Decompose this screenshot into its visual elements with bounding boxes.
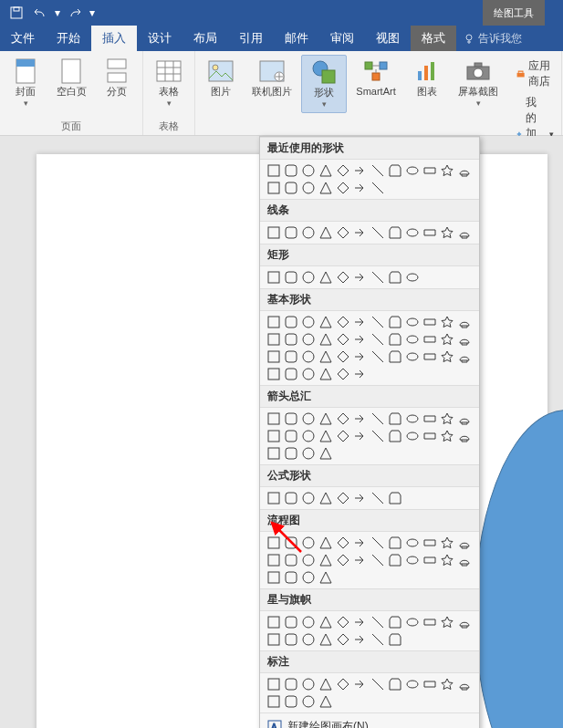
shape-option[interactable] xyxy=(335,331,351,348)
shape-option[interactable] xyxy=(370,348,386,365)
shape-option[interactable] xyxy=(283,314,299,330)
shape-option[interactable] xyxy=(318,331,334,348)
shape-option[interactable] xyxy=(439,162,455,179)
shape-option[interactable] xyxy=(283,490,299,506)
shape-option[interactable] xyxy=(318,314,334,330)
shape-option[interactable] xyxy=(404,348,421,365)
shape-option[interactable] xyxy=(352,614,369,630)
qat-customize-button[interactable]: ▾ xyxy=(88,2,97,24)
shape-option[interactable] xyxy=(318,552,334,568)
shape-option[interactable] xyxy=(352,535,369,551)
shape-option[interactable] xyxy=(404,314,421,330)
shape-option[interactable] xyxy=(422,314,438,330)
shape-option[interactable] xyxy=(439,314,455,330)
shape-option[interactable] xyxy=(404,614,421,630)
shape-option[interactable] xyxy=(300,180,317,196)
shape-option[interactable] xyxy=(404,552,421,568)
shape-option[interactable] xyxy=(266,331,282,348)
shape-option[interactable] xyxy=(352,331,369,348)
online-picture-button[interactable]: 联机图片 xyxy=(245,55,299,113)
shape-option[interactable] xyxy=(370,428,386,444)
shape-option[interactable] xyxy=(266,180,282,196)
shape-option[interactable] xyxy=(352,428,369,444)
shape-option[interactable] xyxy=(266,411,282,427)
shape-option[interactable] xyxy=(387,552,403,568)
shape-option[interactable] xyxy=(318,269,334,286)
shape-option[interactable] xyxy=(300,269,317,286)
shape-option[interactable] xyxy=(439,411,455,427)
undo-more-button[interactable]: ▾ xyxy=(53,2,62,24)
shape-option[interactable] xyxy=(439,676,455,692)
shape-option[interactable] xyxy=(456,676,473,692)
shape-option[interactable] xyxy=(318,224,334,241)
shape-option[interactable] xyxy=(352,631,369,648)
shape-option[interactable] xyxy=(352,224,369,241)
shape-option[interactable] xyxy=(422,676,438,692)
shape-option[interactable] xyxy=(300,552,317,568)
smartart-button[interactable]: SmartArt xyxy=(349,55,403,113)
shape-option[interactable] xyxy=(335,162,351,179)
shape-option[interactable] xyxy=(335,552,351,568)
shape-option[interactable] xyxy=(335,535,351,551)
shape-option[interactable] xyxy=(283,535,299,551)
shape-option[interactable] xyxy=(335,180,351,196)
shape-option[interactable] xyxy=(439,428,455,444)
shape-option[interactable] xyxy=(266,676,282,692)
shape-option[interactable] xyxy=(300,366,317,382)
shape-option[interactable] xyxy=(300,348,317,365)
shape-option[interactable] xyxy=(370,614,386,630)
shape-option[interactable] xyxy=(318,348,334,365)
screenshot-button[interactable]: 屏幕截图 xyxy=(451,55,506,113)
shape-option[interactable] xyxy=(300,535,317,551)
shape-option[interactable] xyxy=(318,693,334,710)
shape-option[interactable] xyxy=(266,693,282,710)
tab-mailings[interactable]: 邮件 xyxy=(274,26,319,51)
shape-option[interactable] xyxy=(370,535,386,551)
shapes-button[interactable]: 形状 xyxy=(301,55,347,113)
shape-option[interactable] xyxy=(283,569,299,586)
shape-option[interactable] xyxy=(370,314,386,330)
shape-option[interactable] xyxy=(283,348,299,365)
shape-option[interactable] xyxy=(387,348,403,365)
shape-option[interactable] xyxy=(300,631,317,648)
shape-option[interactable] xyxy=(266,445,282,462)
shape-option[interactable] xyxy=(300,411,317,427)
shape-option[interactable] xyxy=(335,314,351,330)
shape-option[interactable] xyxy=(266,348,282,365)
shape-option[interactable] xyxy=(370,180,386,196)
document-area[interactable]: 最近使用的形状 线条 矩形 基本形状 箭头总汇 公式形状 流程图 星与旗帜 标注… xyxy=(0,136,563,728)
shape-option[interactable] xyxy=(300,331,317,348)
shape-option[interactable] xyxy=(404,411,421,427)
shape-option[interactable] xyxy=(335,490,351,506)
shape-option[interactable] xyxy=(404,269,421,286)
shape-option[interactable] xyxy=(300,676,317,692)
shape-option[interactable] xyxy=(387,614,403,630)
shape-option[interactable] xyxy=(387,314,403,330)
shape-option[interactable] xyxy=(283,428,299,444)
shape-option[interactable] xyxy=(318,676,334,692)
tab-references[interactable]: 引用 xyxy=(228,26,274,51)
shape-option[interactable] xyxy=(283,331,299,348)
tab-view[interactable]: 视图 xyxy=(365,26,411,51)
shape-option[interactable] xyxy=(335,676,351,692)
shape-option[interactable] xyxy=(352,180,369,196)
shape-option[interactable] xyxy=(266,490,282,506)
shape-option[interactable] xyxy=(283,224,299,241)
shape-option[interactable] xyxy=(283,676,299,692)
shape-option[interactable] xyxy=(318,535,334,551)
shape-option[interactable] xyxy=(456,162,473,179)
shape-option[interactable] xyxy=(387,162,403,179)
shape-option[interactable] xyxy=(352,411,369,427)
shape-option[interactable] xyxy=(352,314,369,330)
shape-option[interactable] xyxy=(283,411,299,427)
page-break-button[interactable]: 分页 xyxy=(95,55,139,111)
picture-button[interactable]: 图片 xyxy=(199,55,243,113)
shape-option[interactable] xyxy=(300,224,317,241)
shape-option[interactable] xyxy=(422,428,438,444)
shape-option[interactable] xyxy=(335,428,351,444)
shape-option[interactable] xyxy=(266,269,282,286)
app-store-button[interactable]: 应用商店 xyxy=(516,58,554,89)
shape-option[interactable] xyxy=(266,614,282,630)
redo-button[interactable] xyxy=(64,2,86,24)
shape-option[interactable] xyxy=(335,269,351,286)
